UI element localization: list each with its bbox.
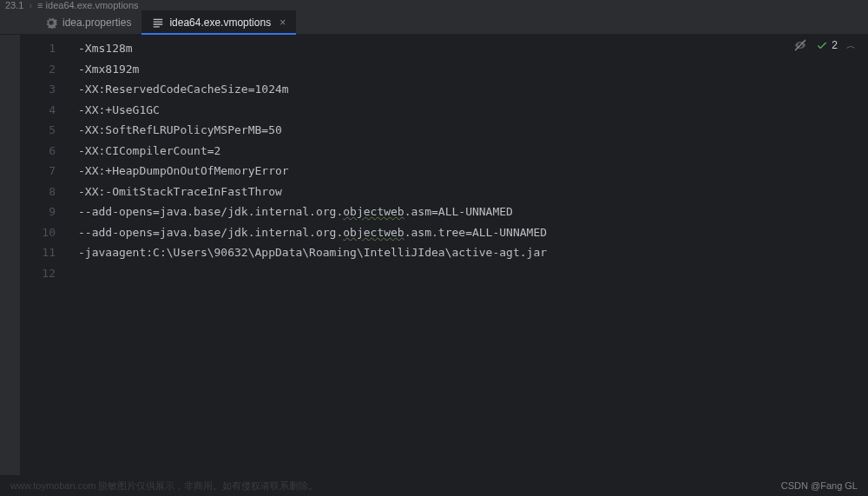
breadcrumb-sep-icon: › — [29, 0, 32, 10]
tab-idea64-vmoptions[interactable]: idea64.exe.vmoptions × — [141, 10, 296, 34]
code-line[interactable]: -XX:CICompilerCount=2 — [71, 141, 868, 162]
tab-bar: idea.properties idea64.exe.vmoptions × — [0, 10, 868, 35]
watermark-left: www.toymoban.com 脱敏图片仅供展示，非商用。如有侵权请联系删除。 — [10, 479, 318, 493]
eye-slash-icon — [793, 38, 807, 52]
line-number: 7 — [21, 161, 71, 182]
watermark-right: CSDN @Fang GL — [781, 480, 858, 491]
gear-icon — [45, 17, 57, 29]
code-line[interactable]: -Xmx8192m — [71, 59, 868, 80]
file-icon — [152, 17, 164, 29]
gutter: 123456789101112 — [21, 35, 71, 475]
line-number: 6 — [21, 141, 71, 162]
code-line[interactable]: -XX:SoftRefLRUPolicyMSPerMB=50 — [71, 120, 868, 141]
problems-indicator[interactable]: 2 — [816, 39, 838, 51]
chevron-up-icon[interactable]: ︿ — [846, 39, 856, 52]
code-line[interactable]: -Xms128m — [71, 38, 868, 59]
warning-token: objectweb — [343, 205, 404, 218]
breadcrumb: 23.1 › ≡ idea64.exe.vmoptions — [0, 0, 868, 10]
file-icon: ≡ — [37, 0, 45, 10]
editor-area: 123456789101112 -Xms128m-Xmx8192m-XX:Res… — [0, 35, 868, 475]
code-line[interactable]: -XX:-OmitStackTraceInFastThrow — [71, 182, 868, 202]
code-line[interactable]: --add-opens=java.base/jdk.internal.org.o… — [71, 222, 868, 243]
line-number: 2 — [21, 59, 71, 80]
line-number: 8 — [21, 182, 71, 202]
code-editor[interactable]: -Xms128m-Xmx8192m-XX:ReservedCodeCacheSi… — [71, 35, 868, 475]
line-number: 9 — [21, 202, 71, 222]
line-number: 11 — [21, 242, 71, 263]
code-line[interactable]: -javaagent:C:\Users\90632\AppData\Roamin… — [71, 242, 868, 263]
close-icon[interactable]: × — [279, 17, 286, 29]
code-line[interactable]: -XX:+UseG1GC — [71, 100, 868, 121]
line-number: 10 — [21, 222, 71, 243]
code-line[interactable]: -XX:+HeapDumpOnOutOfMemoryError — [71, 161, 868, 182]
code-line[interactable] — [71, 263, 868, 284]
tab-label: idea.properties — [62, 17, 131, 29]
tab-idea-properties[interactable]: idea.properties — [35, 10, 141, 34]
tool-window-stripe[interactable] — [0, 35, 21, 475]
breadcrumb-root[interactable]: 23.1 — [5, 0, 23, 10]
watermark: www.toymoban.com 脱敏图片仅供展示，非商用。如有侵权请联系删除。… — [0, 475, 868, 496]
line-number: 5 — [21, 120, 71, 141]
tab-label: idea64.exe.vmoptions — [169, 17, 271, 29]
breadcrumb-file[interactable]: ≡ idea64.exe.vmoptions — [37, 0, 139, 10]
inspection-widget[interactable]: 2 ︿ — [793, 38, 856, 52]
line-number: 12 — [21, 263, 71, 284]
code-line[interactable]: -XX:ReservedCodeCacheSize=1024m — [71, 79, 868, 100]
code-line[interactable]: --add-opens=java.base/jdk.internal.org.o… — [71, 202, 868, 222]
line-number: 3 — [21, 79, 71, 100]
line-number: 4 — [21, 100, 71, 121]
line-number: 1 — [21, 38, 71, 59]
check-icon — [816, 39, 828, 51]
warning-token: objectweb — [343, 226, 404, 239]
